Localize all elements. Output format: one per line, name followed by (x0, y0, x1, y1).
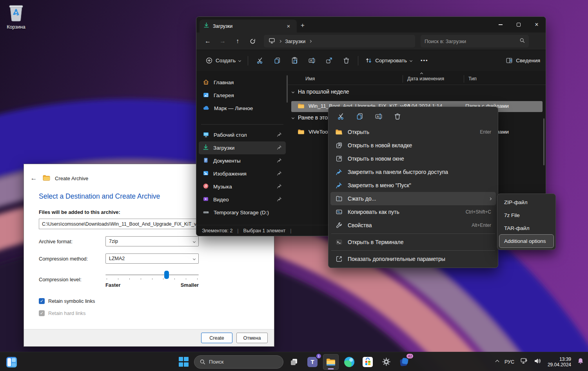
new-tab-button[interactable]: + (301, 22, 305, 29)
sidebar-item-music[interactable]: Музыка (199, 180, 286, 193)
phone-link-button[interactable]: 42 (397, 354, 412, 370)
sidebar-item-onedrive[interactable]: Марк — Личное (199, 102, 286, 115)
file-explorer-button[interactable] (323, 354, 339, 370)
menu-item-open-new-window[interactable]: Открыть в новом окне (330, 152, 496, 165)
sidebar-item-home[interactable]: Главная (199, 76, 286, 89)
column-divider[interactable] (403, 75, 403, 83)
taskbar-search[interactable]: Поиск (194, 355, 283, 369)
copy-icon[interactable] (352, 110, 367, 123)
submenu-item-7z[interactable]: 7z File (499, 209, 554, 222)
collapse-chevron-icon[interactable] (292, 116, 294, 119)
menu-item-copy-as-path[interactable]: Копировать как путь Ctrl+Shift+C (330, 205, 496, 219)
tab-close-icon[interactable]: × (284, 23, 293, 29)
submenu-item-additional-options[interactable]: Additional options (499, 235, 554, 248)
submenu-item-tar[interactable]: TAR-файл (499, 222, 554, 235)
create-button[interactable]: Create (201, 333, 232, 343)
open-folder-icon (335, 128, 343, 136)
slider-track[interactable] (105, 274, 199, 275)
start-button[interactable] (176, 354, 191, 370)
back-icon[interactable]: ← (201, 35, 214, 47)
column-header-type[interactable]: Тип (468, 76, 477, 81)
minimize-button[interactable] (492, 17, 510, 33)
dialog-back-button[interactable]: ← (29, 174, 38, 182)
menu-item-open-terminal[interactable]: Открыть в Терминале (330, 235, 496, 249)
menu-item-show-more-options[interactable]: Показать дополнительные параметры (330, 252, 496, 266)
sidebar-item-documents[interactable]: Документы (199, 154, 286, 167)
breadcrumb-location[interactable]: Загрузки (285, 38, 305, 44)
sidebar-item-gallery[interactable]: Галерея (199, 89, 286, 102)
retain-symlinks-checkbox[interactable]: ✓ (39, 298, 45, 304)
copy-icon[interactable] (269, 54, 286, 68)
hidden-icons-chevron[interactable] (495, 360, 499, 364)
clock[interactable]: 13:39 29.04.2024 (548, 357, 571, 367)
menu-item-compress-to[interactable]: Сжать до... (330, 192, 496, 205)
compression-method-select[interactable]: LZMA2 (105, 253, 199, 264)
store-button[interactable] (360, 354, 376, 370)
column-header-name[interactable]: Имя (305, 76, 315, 81)
delete-icon[interactable] (390, 110, 405, 123)
breadcrumb-chevron-icon (279, 40, 281, 42)
menu-item-open-new-tab[interactable]: Открыть в новой вкладке (330, 139, 496, 152)
submenu-item-zip[interactable]: ZIP-файл (499, 196, 554, 209)
menu-item-pin-start[interactable]: Закрепить в меню "Пуск" (330, 179, 496, 192)
create-new-button[interactable]: Создать (202, 54, 245, 68)
slider-label-faster: Faster (105, 282, 120, 288)
refresh-icon[interactable] (246, 35, 259, 47)
language-indicator[interactable]: РУС (505, 359, 514, 365)
volume-icon[interactable] (534, 357, 542, 366)
recycle-bin[interactable]: Корзина (4, 3, 28, 30)
sidebar-item-pictures[interactable]: Изображения (199, 167, 286, 180)
sidebar-item-desktop[interactable]: Рабочий стол (199, 128, 286, 141)
network-icon[interactable] (520, 357, 528, 366)
edge-button[interactable] (341, 354, 357, 370)
teams-button[interactable]: T 1 (305, 354, 320, 370)
delete-icon[interactable] (338, 54, 355, 68)
notification-bell-icon[interactable] (577, 357, 584, 366)
rename-icon[interactable]: A (303, 54, 320, 68)
svg-text:A: A (377, 115, 379, 118)
menu-divider (331, 250, 495, 251)
widgets-button[interactable] (5, 356, 17, 368)
archive-path-field[interactable]: C:\Users\comssone\Downloads\Win_11_Boot_… (39, 219, 198, 229)
file-list-scrollbar[interactable] (543, 118, 544, 165)
sidebar-scrollbar[interactable] (287, 75, 288, 103)
details-pane-button[interactable]: Сведения (506, 57, 540, 64)
share-icon[interactable] (320, 54, 338, 68)
search-box[interactable]: Поиск в: Загрузки (421, 35, 529, 47)
cut-icon[interactable] (334, 110, 348, 123)
task-view-button[interactable] (286, 354, 302, 370)
tab-downloads[interactable]: Загрузки × (200, 20, 297, 33)
menu-item-pin-quick-access[interactable]: Закрепить на панели быстрого доступа (330, 165, 496, 179)
slider-label-smaller: Smaller (181, 282, 199, 288)
maximize-button[interactable] (510, 17, 528, 33)
breadcrumb[interactable]: Загрузки (264, 35, 415, 47)
group-header-last-week[interactable]: На прошлой неделе (292, 89, 349, 95)
sidebar-item-drive-d[interactable]: Temporary Storage (D:) (199, 206, 286, 219)
column-divider[interactable] (464, 75, 464, 83)
sidebar-item-downloads[interactable]: Загрузки (199, 141, 286, 154)
more-options-button[interactable]: ••• (416, 58, 433, 63)
close-button[interactable]: × (528, 17, 546, 33)
file-explorer-icon (326, 358, 336, 366)
menu-shortcut: Enter (480, 129, 491, 135)
svg-text:A: A (310, 59, 312, 62)
sidebar-item-videos[interactable]: Видео (199, 193, 286, 206)
collapse-chevron-icon[interactable] (292, 90, 294, 93)
cancel-button[interactable]: Отмена (236, 333, 268, 343)
menu-divider (331, 233, 495, 234)
paste-icon[interactable] (286, 54, 303, 68)
rename-icon[interactable]: A (371, 110, 386, 123)
menu-item-properties[interactable]: Свойства Alt+Enter (330, 219, 496, 232)
compression-level-slider[interactable]: Faster Smaller (105, 271, 199, 288)
sort-button[interactable]: Сортировать (361, 54, 416, 68)
cut-icon[interactable] (251, 54, 269, 68)
forward-icon[interactable]: → (216, 35, 229, 47)
expand-chevron-icon[interactable] (196, 107, 196, 110)
archive-format-select[interactable]: 7zip (105, 236, 199, 246)
menu-item-open[interactable]: Открыть Enter (330, 125, 496, 139)
up-icon[interactable]: ↑ (231, 35, 244, 47)
column-header-date[interactable]: Дата изменения (407, 76, 444, 81)
slider-thumb[interactable] (164, 271, 169, 279)
settings-button[interactable] (378, 354, 394, 370)
dialog-title: Create Archive (55, 176, 88, 181)
